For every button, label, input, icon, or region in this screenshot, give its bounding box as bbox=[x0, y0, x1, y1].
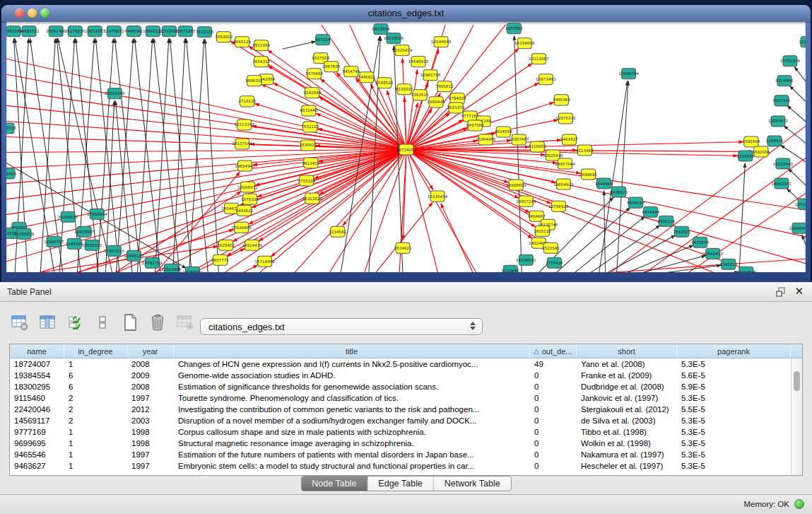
network-node[interactable]: 12975115 bbox=[555, 113, 576, 124]
network-node[interactable]: 16312020 bbox=[302, 193, 323, 204]
table-cell[interactable]: 22420046 bbox=[10, 404, 64, 415]
network-node[interactable]: 16640910 bbox=[408, 57, 429, 67]
table-cell[interactable]: Corpus callosum shape and size in male p… bbox=[174, 426, 530, 438]
network-node[interactable]: 5878334 bbox=[241, 194, 259, 204]
network-node[interactable]: 17957233 bbox=[104, 245, 124, 256]
delete-table-icon[interactable] bbox=[175, 313, 195, 332]
network-node[interactable]: 2867608 bbox=[322, 62, 340, 72]
network-node[interactable]: 17859934 bbox=[87, 209, 107, 219]
table-cell[interactable]: 5.6E-5 bbox=[677, 370, 791, 381]
table-selector-dropdown[interactable]: citations_edges.txt bbox=[200, 318, 483, 335]
table-cell[interactable]: Investigating the contribution of common… bbox=[174, 404, 530, 415]
network-node[interactable]: 11156859 bbox=[14, 228, 35, 239]
table-row[interactable]: 1456911722003Disruption of a novel membe… bbox=[10, 415, 791, 426]
network-node[interactable]: 7632621 bbox=[673, 226, 690, 237]
network-node[interactable]: 7955812 bbox=[436, 81, 454, 92]
table-cell[interactable]: Yano et al. (2008) bbox=[577, 358, 677, 370]
table-cell[interactable]: Nakamura et al. (1997) bbox=[577, 449, 677, 460]
new-table-icon[interactable] bbox=[120, 313, 140, 332]
network-node[interactable]: 20053346 bbox=[105, 88, 125, 99]
table-cell[interactable]: 18724007 bbox=[10, 358, 64, 370]
network-node[interactable]: 9474444 bbox=[642, 206, 659, 217]
tab-edge-table[interactable]: Edge Table bbox=[367, 477, 433, 491]
network-node[interactable]: 20364456 bbox=[476, 134, 496, 145]
table-cell[interactable]: 5.3E-5 bbox=[677, 392, 791, 404]
network-node[interactable]: 19218506 bbox=[384, 33, 404, 44]
network-node[interactable]: 7755105 bbox=[298, 175, 315, 186]
column-header-name[interactable]: name bbox=[10, 344, 64, 358]
network-node[interactable]: 10688609 bbox=[506, 180, 526, 190]
network-node[interactable]: 1203318 bbox=[6, 123, 16, 134]
table-cell[interactable]: 9465546 bbox=[10, 449, 64, 460]
table-cell[interactable]: 1997 bbox=[127, 449, 174, 460]
table-cell[interactable]: 2 bbox=[64, 415, 127, 426]
network-node[interactable]: 16039489 bbox=[231, 222, 252, 233]
network-node[interactable]: 2522545 bbox=[542, 243, 560, 253]
network-node[interactable]: 2316605 bbox=[6, 168, 17, 179]
table-cell[interactable]: 9115460 bbox=[10, 392, 64, 404]
network-node[interactable]: 13325419 bbox=[392, 45, 413, 56]
network-node[interactable]: 1588520 bbox=[375, 78, 393, 88]
table-cell[interactable]: 2 bbox=[64, 404, 127, 415]
network-node[interactable]: 7552103 bbox=[301, 122, 319, 132]
table-cell[interactable]: 5.5E-5 bbox=[677, 404, 791, 415]
network-node[interactable]: 8660123 bbox=[233, 37, 251, 47]
table-cell[interactable]: Tibbo et al. (1998) bbox=[577, 426, 677, 438]
network-node[interactable]: 16154808 bbox=[514, 38, 535, 49]
table-cell[interactable]: 1 bbox=[64, 449, 127, 460]
network-node[interactable]: 20891406 bbox=[46, 26, 66, 37]
table-cell[interactable]: 18300295 bbox=[10, 381, 64, 392]
table-cell[interactable]: Dudbridge et al. (2008) bbox=[577, 381, 677, 392]
network-node[interactable]: 9245012 bbox=[719, 259, 737, 269]
network-node[interactable]: 10945482 bbox=[789, 223, 806, 233]
table-cell[interactable]: Wolkin et al. (1998) bbox=[577, 438, 677, 449]
network-node[interactable]: 18724007 bbox=[396, 144, 417, 155]
table-cell[interactable]: 9699695 bbox=[10, 438, 64, 449]
table-cell[interactable]: 5.3E-5 bbox=[677, 449, 791, 460]
float-panel-icon[interactable] bbox=[776, 287, 787, 297]
table-cell[interactable]: 1998 bbox=[127, 426, 174, 438]
delete-entries-icon[interactable] bbox=[148, 313, 167, 332]
scrollbar-thumb[interactable] bbox=[794, 371, 800, 391]
network-node[interactable]: 1682004 bbox=[752, 146, 770, 157]
network-node[interactable]: 16958107 bbox=[124, 250, 144, 261]
network-node[interactable]: 1621072 bbox=[447, 103, 465, 113]
table-cell[interactable]: 1 bbox=[64, 358, 127, 370]
table-cell[interactable]: Estimation of the future numbers of pati… bbox=[174, 449, 530, 460]
network-node[interactable]: 16782759 bbox=[142, 257, 163, 268]
table-cell[interactable]: 2008 bbox=[127, 358, 174, 370]
network-node[interactable]: 20206576 bbox=[58, 211, 78, 222]
table-cell[interactable]: 5.3E-5 bbox=[677, 426, 791, 438]
network-node[interactable]: 12544049 bbox=[431, 37, 452, 47]
network-node[interactable]: 7663822 bbox=[215, 32, 233, 42]
table-cell[interactable]: 0 bbox=[530, 370, 577, 381]
table-cell[interactable]: 0 bbox=[530, 426, 577, 438]
network-node[interactable]: 18992971 bbox=[772, 178, 792, 189]
network-node[interactable]: 16961758 bbox=[420, 70, 441, 81]
vertical-scrollbar[interactable] bbox=[791, 358, 802, 475]
table-row[interactable]: 1830029562008Estimation of significance … bbox=[10, 381, 791, 392]
table-cell[interactable]: Changes of HCN gene expression and I(f) … bbox=[174, 358, 530, 370]
table-cell[interactable]: 0 bbox=[530, 381, 577, 392]
tab-network-table[interactable]: Network Table bbox=[434, 477, 511, 491]
table-cell[interactable]: Stergiakouli et al. (2012) bbox=[577, 404, 677, 415]
table-cell[interactable]: 0 bbox=[530, 404, 577, 415]
network-node[interactable]: 7625402 bbox=[217, 240, 235, 250]
network-node[interactable]: 14136141 bbox=[516, 255, 536, 265]
network-node[interactable]: 8031440 bbox=[300, 105, 317, 116]
column-header-pagerank[interactable]: pagerank bbox=[677, 344, 791, 358]
column-header-title[interactable]: title bbox=[174, 344, 530, 358]
network-node[interactable]: 34055712 bbox=[19, 26, 39, 37]
network-node[interactable]: 6679197 bbox=[627, 197, 645, 208]
network-node[interactable]: 9896101 bbox=[245, 76, 263, 86]
table-cell[interactable]: 1997 bbox=[127, 392, 174, 404]
table-cell[interactable]: 1997 bbox=[127, 460, 174, 472]
network-node[interactable]: 9227341 bbox=[772, 95, 790, 106]
table-cell[interactable]: Hescheler et al. (1997) bbox=[577, 460, 677, 472]
table-cell[interactable]: Structural magnetic resonance image aver… bbox=[174, 438, 530, 449]
column-header-year[interactable]: year bbox=[127, 344, 174, 358]
table-row[interactable]: 1872400712008Changes of HCN gene express… bbox=[10, 358, 791, 370]
table-cell[interactable]: 0 bbox=[530, 438, 577, 449]
network-node[interactable]: 19166872 bbox=[237, 182, 257, 192]
network-node[interactable]: 16648784 bbox=[618, 69, 639, 79]
